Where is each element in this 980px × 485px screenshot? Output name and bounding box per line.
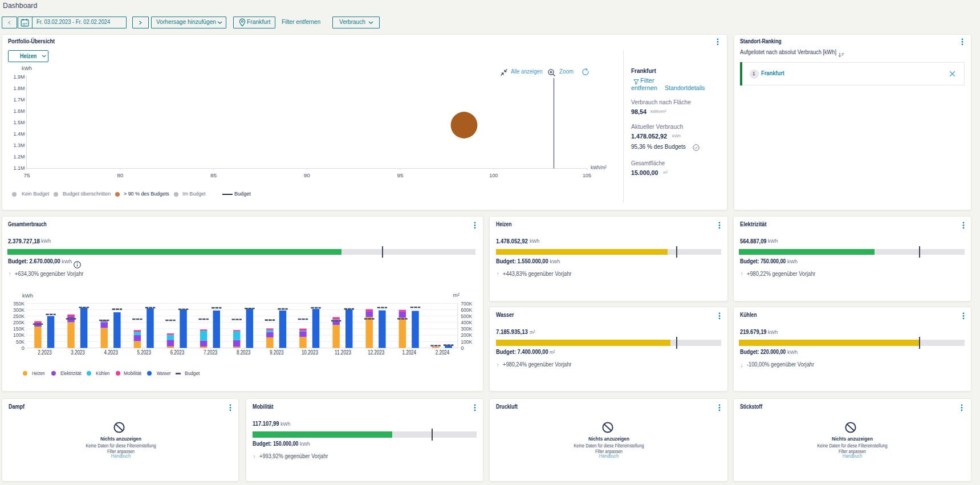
svg-text:5.2023: 5.2023 — [137, 349, 152, 355]
svg-text:4.2023: 4.2023 — [104, 349, 119, 355]
svg-text:7.2023: 7.2023 — [204, 349, 218, 355]
svg-text:200K: 200K — [13, 319, 25, 325]
svg-text:700K: 700K — [461, 300, 472, 306]
svg-text:1.2024: 1.2024 — [402, 349, 417, 355]
svg-text:2.2023: 2.2023 — [38, 349, 52, 355]
svg-text:1.9M: 1.9M — [14, 74, 25, 80]
svg-text:150K: 150K — [13, 325, 25, 332]
svg-text:3.2023: 3.2023 — [71, 349, 85, 355]
svg-text:50K: 50K — [16, 338, 25, 344]
svg-text:1.6M: 1.6M — [14, 108, 25, 114]
svg-text:kWh: kWh — [22, 65, 32, 71]
svg-text:80: 80 — [117, 172, 124, 178]
svg-text:0: 0 — [461, 344, 464, 350]
svg-text:1.8M: 1.8M — [14, 85, 25, 91]
svg-text:300K: 300K — [461, 325, 472, 332]
svg-text:95: 95 — [397, 172, 404, 178]
svg-text:2.2024: 2.2024 — [436, 349, 450, 355]
svg-text:1.5M: 1.5M — [14, 119, 25, 125]
svg-text:10.2023: 10.2023 — [302, 349, 318, 355]
svg-text:11.2023: 11.2023 — [335, 349, 351, 355]
svg-text:100K: 100K — [461, 338, 472, 344]
svg-text:105: 105 — [583, 172, 591, 178]
svg-text:0: 0 — [22, 344, 25, 350]
svg-text:1.7M: 1.7M — [14, 96, 25, 103]
svg-text:1.4M: 1.4M — [14, 131, 25, 137]
svg-text:75: 75 — [24, 172, 30, 178]
svg-text:8.2023: 8.2023 — [237, 349, 251, 355]
svg-text:100K: 100K — [13, 332, 25, 338]
svg-text:85: 85 — [210, 172, 217, 178]
svg-text:kWh/m²: kWh/m² — [591, 164, 607, 170]
svg-text:kWh: kWh — [22, 292, 33, 298]
svg-text:90: 90 — [304, 172, 311, 178]
svg-text:600K: 600K — [461, 306, 472, 312]
svg-text:250K: 250K — [13, 312, 25, 319]
svg-text:12.2023: 12.2023 — [368, 349, 384, 355]
svg-text:100: 100 — [489, 172, 498, 178]
svg-text:1.1M: 1.1M — [14, 165, 25, 171]
svg-text:200K: 200K — [461, 332, 472, 338]
svg-text:6.2023: 6.2023 — [170, 349, 185, 355]
svg-text:m²: m² — [453, 291, 460, 297]
svg-text:1.3M: 1.3M — [14, 142, 25, 148]
svg-text:500K: 500K — [461, 312, 472, 319]
svg-text:1.2M: 1.2M — [14, 153, 25, 160]
svg-text:400K: 400K — [461, 319, 472, 325]
svg-text:350K: 350K — [13, 300, 25, 306]
svg-text:300K: 300K — [13, 306, 25, 312]
svg-text:9.2023: 9.2023 — [270, 349, 284, 355]
